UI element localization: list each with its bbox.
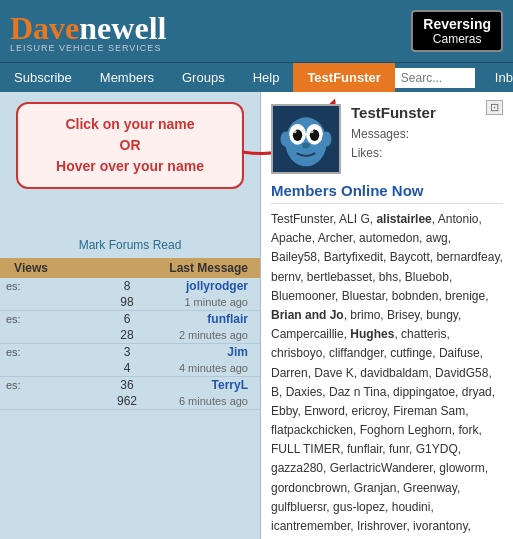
search-input[interactable]	[395, 68, 475, 88]
brian-and-jo-name: Brian and Jo	[271, 308, 344, 322]
row-1-label: es:	[6, 280, 102, 292]
avatar	[271, 104, 341, 174]
logo-text: Dave newell LEISURE VEHICLE SERVICES	[10, 10, 166, 53]
forum-table: Views Last Message es: 8 jollyrodger 98 …	[0, 258, 260, 410]
nav-groups[interactable]: Groups	[168, 63, 239, 93]
nav-inbox[interactable]: Inbox	[481, 63, 513, 93]
members-online-title: Members Online Now	[271, 182, 503, 204]
nav-help[interactable]: Help	[239, 63, 294, 93]
table-row-1-views: es: 8 jollyrodger	[0, 278, 260, 294]
expand-icon[interactable]: ⊡	[486, 100, 503, 115]
table-row-4-time: 962 6 minutes ago	[0, 393, 260, 409]
svg-point-10	[281, 131, 290, 146]
row-4-views2: 962	[102, 394, 152, 408]
table-row-4-views: es: 36 TerryL	[0, 377, 260, 393]
row-4-time: 6 minutes ago	[152, 395, 254, 407]
svg-point-9	[302, 143, 310, 149]
row-3-label: es:	[6, 346, 102, 358]
row-1-time: 1 minute ago	[152, 296, 254, 308]
members-online-text: TestFunster, ALI G, alistairlee, Antonio…	[271, 210, 503, 539]
tooltip-line2: OR	[32, 135, 228, 156]
table-header: Views Last Message	[0, 258, 260, 278]
svg-point-2	[285, 117, 326, 166]
row-3-user[interactable]: Jim	[152, 345, 254, 359]
header-views: Views	[6, 261, 56, 275]
cameras-box: Reversing Cameras	[411, 10, 503, 52]
profile-info: TestFunster Messages: Likes:	[351, 104, 486, 163]
row-3-views2: 4	[102, 361, 152, 375]
row-3-views: 3	[102, 345, 152, 359]
table-row-1-time: 98 1 minute ago	[0, 294, 260, 310]
messages-label: Messages:	[351, 127, 409, 141]
logo-names: Dave newell	[10, 10, 166, 47]
row-1-views: 8	[102, 279, 152, 293]
row-2-label: es:	[6, 313, 102, 325]
mark-forums-link[interactable]: Mark Forums Read	[79, 238, 182, 252]
row-3-time: 4 minutes ago	[152, 362, 254, 374]
profile-area: TestFunster Messages: Likes:	[271, 104, 486, 174]
row-1-user[interactable]: jollyrodger	[152, 279, 254, 293]
cameras-title: Reversing	[423, 16, 491, 32]
nav-testfunster[interactable]: TestFunster	[293, 63, 394, 93]
row-2-time: 2 minutes ago	[152, 329, 254, 341]
avatar-image	[273, 106, 339, 172]
table-row: es: 36 TerryL 962 6 minutes ago	[0, 377, 260, 410]
row-2-views: 6	[102, 312, 152, 326]
banner-cameras: Reversing Cameras	[411, 10, 503, 52]
table-row-3-time: 4 4 minutes ago	[0, 360, 260, 376]
table-row: es: 6 funflair 28 2 minutes ago	[0, 311, 260, 344]
likes-label: Likes:	[351, 146, 382, 160]
profile-username: TestFunster	[351, 104, 486, 121]
profile-likes: Likes:	[351, 144, 486, 163]
hughes-name: Hughes	[350, 327, 394, 341]
table-row-2-time: 28 2 minutes ago	[0, 327, 260, 343]
right-panel: ⊡	[260, 92, 513, 539]
navbar: Subscribe Members Groups Help TestFunste…	[0, 62, 513, 92]
alistairlee-name: alistairlee	[376, 212, 431, 226]
profile-messages: Messages:	[351, 125, 486, 144]
logo: Dave newell LEISURE VEHICLE SERVICES	[10, 10, 166, 53]
row-1-views2: 98	[102, 295, 152, 309]
tooltip-line1: Click on your name	[32, 114, 228, 135]
row-4-label: es:	[6, 379, 102, 391]
banner: Dave newell LEISURE VEHICLE SERVICES Rev…	[0, 0, 513, 62]
cameras-sub: Cameras	[423, 32, 491, 46]
logo-dave: Dave	[10, 10, 79, 47]
table-row-2-views: es: 6 funflair	[0, 311, 260, 327]
row-2-user[interactable]: funflair	[152, 312, 254, 326]
table-row: es: 3 Jim 4 4 minutes ago	[0, 344, 260, 377]
row-2-views2: 28	[102, 328, 152, 342]
table-row-3-views: es: 3 Jim	[0, 344, 260, 360]
logo-newell: newell	[79, 10, 166, 47]
main-content: Click on your name OR Hover over your na…	[0, 92, 513, 539]
header-last-message: Last Message	[56, 261, 254, 275]
svg-point-11	[322, 131, 331, 146]
tooltip-line3: Hover over your name	[32, 156, 228, 177]
svg-point-7	[293, 130, 297, 134]
row-4-user[interactable]: TerryL	[152, 378, 254, 392]
mark-forums[interactable]: Mark Forums Read	[0, 237, 260, 252]
svg-point-8	[310, 130, 314, 134]
nav-members[interactable]: Members	[86, 63, 168, 93]
table-row: es: 8 jollyrodger 98 1 minute ago	[0, 278, 260, 311]
nav-subscribe[interactable]: Subscribe	[0, 63, 86, 93]
logo-sub: LEISURE VEHICLE SERVICES	[10, 43, 166, 53]
tooltip-box: Click on your name OR Hover over your na…	[16, 102, 244, 189]
row-4-views: 36	[102, 378, 152, 392]
left-panel: Click on your name OR Hover over your na…	[0, 92, 260, 539]
